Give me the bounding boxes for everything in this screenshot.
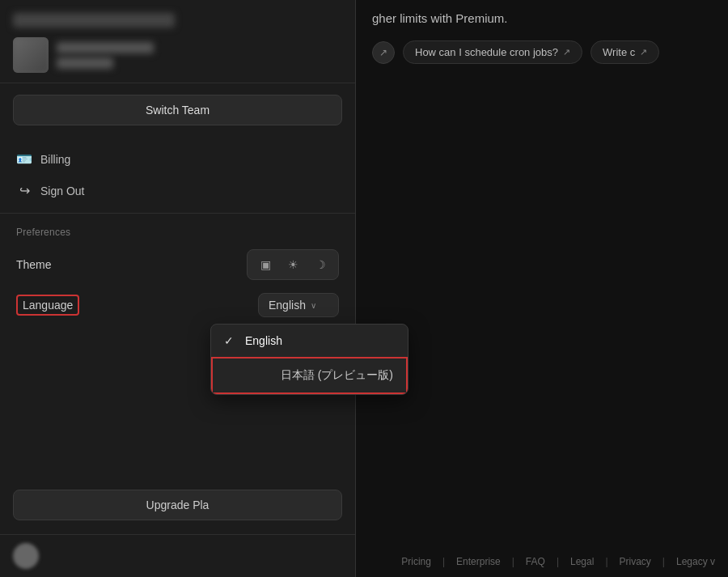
language-label-box: Language [16,295,79,316]
language-row: Language English ∨ ✓ English 日本語 (プレビュー版… [16,293,339,317]
footer-sep-1: | [442,556,445,567]
language-dropdown-popup: ✓ English 日本語 (プレビュー版) [210,324,408,395]
preferences-heading: Preferences [16,227,339,238]
language-label: Language [23,299,73,312]
footer-links: Pricing | Enterprise | FAQ | Legal | Pri… [356,556,728,567]
blurred-username [57,42,154,53]
language-dropdown-button[interactable]: English ∨ [258,293,339,317]
signout-label: Sign Out [40,185,84,197]
suggestion-nav-arrow[interactable]: ↗ [372,41,395,64]
footer-enterprise-link[interactable]: Enterprise [456,556,501,567]
footer-sep-5: | [662,556,665,567]
blurred-subtitle [57,57,113,69]
upgrade-area: Upgrade Pla [0,490,355,520]
suggestion-chip-cron[interactable]: How can I schedule cron jobs? ↗ [403,40,582,64]
footer-pricing-link[interactable]: Pricing [401,556,431,567]
chip-external-link-icon: ↗ [563,47,570,57]
chip-external-link-icon-2: ↗ [640,47,647,57]
footer-sep-2: | [512,556,514,567]
billing-icon: 🪪 [16,151,32,167]
blurred-name-top [13,13,175,28]
suggestion-chip-write-label: Write c [603,46,635,58]
bottom-avatar [13,543,39,569]
user-profile-row [13,37,342,73]
footer-privacy-link[interactable]: Privacy [620,556,651,567]
theme-controls: ▣ ☀ ☽ [247,249,339,280]
sidebar: Switch Team 🪪 Billing ↪ Sign Out Prefere… [0,0,356,577]
bottom-user-row [0,534,355,577]
user-info [57,42,154,69]
avatar [13,37,49,73]
premium-banner: gher limits with Premium. [356,0,728,36]
theme-row: Theme ▣ ☀ ☽ [16,249,339,280]
theme-light-btn[interactable]: ☀ [281,253,304,276]
suggestion-chip-cron-label: How can I schedule cron jobs? [415,46,558,58]
chevron-down-icon: ∨ [311,301,316,310]
suggestions-row: ↗ How can I schedule cron jobs? ↗ Write … [364,40,728,64]
user-top-area [0,0,355,83]
checkmark-icon: ✓ [224,334,237,347]
footer-legal-link[interactable]: Legal [570,556,594,567]
content-area: gher limits with Premium. ↗ How can I sc… [356,0,728,577]
language-option-english[interactable]: ✓ English [211,325,408,357]
theme-system-btn[interactable]: ▣ [254,253,277,276]
preferences-section: Preferences Theme ▣ ☀ ☽ Language English… [0,214,355,330]
main-layout: Switch Team 🪪 Billing ↪ Sign Out Prefere… [0,0,728,577]
billing-menu-item[interactable]: 🪪 Billing [0,143,355,175]
language-current-value: English [269,299,306,312]
footer-sep-3: | [557,556,559,567]
avatar-image [13,37,49,73]
footer-legacy-link[interactable]: Legacy v [676,556,715,567]
menu-section: 🪪 Billing ↪ Sign Out [0,137,355,214]
theme-dark-btn[interactable]: ☽ [309,253,332,276]
theme-label: Theme [16,258,52,271]
suggestion-chip-write[interactable]: Write c ↗ [590,40,659,64]
language-option-english-label: English [245,334,282,347]
signout-menu-item[interactable]: ↪ Sign Out [0,175,355,206]
language-option-japanese-label: 日本語 (プレビュー版) [281,368,393,383]
switch-team-button[interactable]: Switch Team [13,95,342,125]
upgrade-plan-button[interactable]: Upgrade Pla [13,490,342,520]
billing-label: Billing [40,153,70,166]
footer-sep-4: | [605,556,607,567]
language-option-japanese[interactable]: 日本語 (プレビュー版) [211,357,408,394]
footer-faq-link[interactable]: FAQ [526,556,545,567]
signout-icon: ↪ [16,183,32,198]
premium-text: gher limits with Premium. [372,11,508,25]
